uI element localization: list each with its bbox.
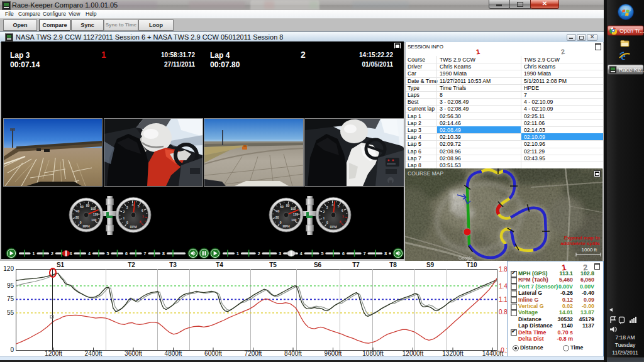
svg-text:55: 55 xyxy=(7,309,14,316)
svg-text:1000 ft: 1000 ft xyxy=(582,247,597,253)
svg-text:7: 7 xyxy=(364,251,366,256)
svg-text:5: 5 xyxy=(338,204,340,208)
svg-text:S1: S1 xyxy=(57,261,65,268)
svg-text:7: 7 xyxy=(144,251,147,256)
svg-text:6: 6 xyxy=(125,251,128,256)
svg-text:6: 6 xyxy=(341,209,343,212)
svg-text:120: 120 xyxy=(93,212,99,216)
svg-text:1200ft: 1200ft xyxy=(45,350,62,356)
svg-text:0: 0 xyxy=(326,221,328,224)
svg-text:add/delete splits: add/delete splits xyxy=(560,241,600,246)
svg-text:40: 40 xyxy=(76,209,80,213)
svg-text:5: 5 xyxy=(321,251,323,256)
svg-text:4800ft: 4800ft xyxy=(165,350,182,356)
svg-text:4: 4 xyxy=(332,203,334,207)
svg-text:60: 60 xyxy=(280,205,284,209)
svg-text:8: 8 xyxy=(340,220,341,224)
svg-text:9600ft: 9600ft xyxy=(325,350,342,356)
svg-text:1: 1 xyxy=(123,216,125,220)
svg-text:3: 3 xyxy=(126,206,128,209)
svg-text:6000ft: 6000ft xyxy=(204,350,222,356)
svg-text:120: 120 xyxy=(293,212,299,216)
svg-text:COURSE MAP: COURSE MAP xyxy=(408,170,443,177)
svg-text:0: 0 xyxy=(10,346,14,353)
svg-text:100: 100 xyxy=(291,207,296,211)
svg-text:3600ft: 3600ft xyxy=(125,350,142,356)
svg-text:8400ft: 8400ft xyxy=(284,350,302,356)
svg-text:75: 75 xyxy=(7,295,14,302)
svg-text:40: 40 xyxy=(276,209,280,213)
svg-text:120: 120 xyxy=(3,265,14,272)
svg-text:100: 100 xyxy=(91,207,96,211)
svg-text:12000ft: 12000ft xyxy=(402,350,424,356)
svg-text:MPH: MPH xyxy=(82,224,90,228)
svg-text:3: 3 xyxy=(326,206,328,209)
svg-text:20: 20 xyxy=(275,216,279,219)
svg-text:Google: Google xyxy=(458,256,473,261)
svg-text:60: 60 xyxy=(80,205,84,209)
svg-text:6: 6 xyxy=(342,251,345,256)
svg-text:T5: T5 xyxy=(269,261,277,268)
svg-text:RPM: RPM xyxy=(330,225,336,229)
svg-text:2: 2 xyxy=(323,210,325,214)
svg-text:14400ft: 14400ft xyxy=(482,350,504,356)
svg-text:6: 6 xyxy=(142,209,143,212)
svg-text:T4: T4 xyxy=(216,261,223,268)
svg-text:8: 8 xyxy=(162,251,165,256)
svg-text:140: 140 xyxy=(291,218,297,222)
svg-text:80: 80 xyxy=(86,204,90,207)
svg-text:2400ft: 2400ft xyxy=(85,350,103,356)
svg-text:T10: T10 xyxy=(466,261,477,268)
svg-text:10800ft: 10800ft xyxy=(362,350,384,356)
svg-text:1: 1 xyxy=(236,251,239,256)
svg-text:95: 95 xyxy=(7,282,14,289)
svg-text:7200ft: 7200ft xyxy=(245,350,262,356)
svg-text:7:18 AM: 7:18 AM xyxy=(615,334,635,341)
svg-text:RPM: RPM xyxy=(130,225,136,229)
svg-text:4: 4 xyxy=(300,251,303,256)
svg-text:7: 7 xyxy=(142,215,144,219)
svg-text:Open Tr...: Open Tr... xyxy=(619,28,644,34)
svg-text:11/29/2011: 11/29/2011 xyxy=(612,349,638,356)
svg-text:3: 3 xyxy=(279,251,281,256)
svg-text:20: 20 xyxy=(75,216,79,219)
svg-text:MPH: MPH xyxy=(282,224,290,228)
svg-text:5: 5 xyxy=(138,204,140,208)
svg-text:2: 2 xyxy=(123,210,125,214)
svg-text:4: 4 xyxy=(132,203,134,207)
svg-text:0: 0 xyxy=(80,221,82,224)
svg-text:Expand map to: Expand map to xyxy=(564,235,600,241)
svg-text:8: 8 xyxy=(384,251,387,256)
svg-text:8: 8 xyxy=(140,220,142,224)
svg-text:1: 1 xyxy=(323,216,325,220)
svg-text:0: 0 xyxy=(126,221,128,224)
svg-text:0: 0 xyxy=(280,221,282,224)
svg-text:80: 80 xyxy=(286,204,290,207)
svg-text:T8: T8 xyxy=(389,261,397,268)
svg-text:T3: T3 xyxy=(169,261,177,268)
svg-text:2: 2 xyxy=(258,251,260,256)
svg-text:7: 7 xyxy=(342,215,344,219)
svg-text:5: 5 xyxy=(107,251,109,256)
svg-text:Race-Ke...: Race-Ke... xyxy=(619,67,644,73)
svg-text:140: 140 xyxy=(91,218,97,222)
svg-text:S9: S9 xyxy=(426,261,435,268)
svg-text:1: 1 xyxy=(33,251,35,256)
svg-text:S6: S6 xyxy=(314,261,322,268)
svg-text:T2: T2 xyxy=(128,261,135,268)
svg-text:13200ft: 13200ft xyxy=(442,350,464,356)
svg-text:Tuesday: Tuesday xyxy=(615,342,636,348)
svg-text:2: 2 xyxy=(51,251,53,256)
svg-text:4: 4 xyxy=(88,251,91,256)
svg-text:T7: T7 xyxy=(352,261,360,268)
